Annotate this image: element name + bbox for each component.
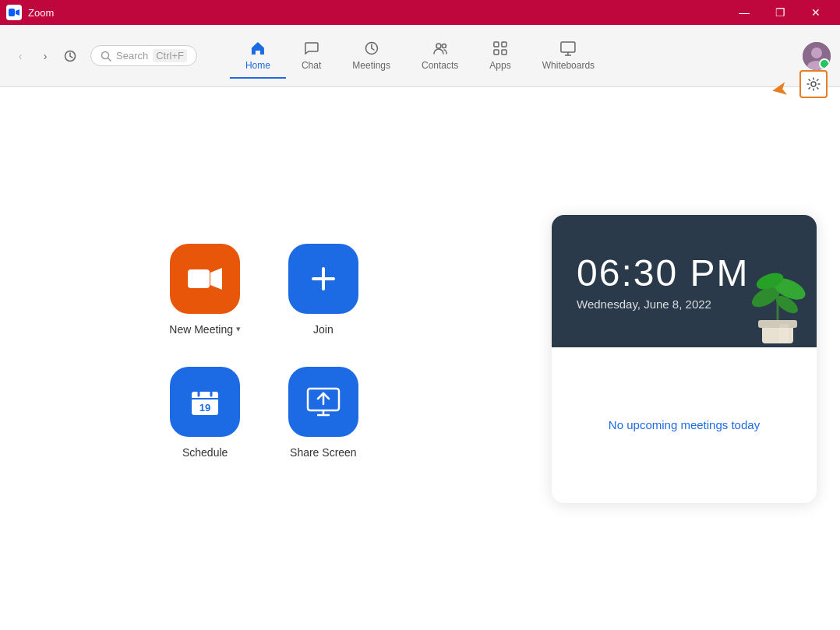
svg-point-42 xyxy=(811,82,816,86)
gear-icon xyxy=(806,77,821,91)
tab-meetings[interactable]: Meetings xyxy=(337,33,406,79)
new-meeting-label: New Meeting ▾ xyxy=(169,323,241,336)
dropdown-caret: ▾ xyxy=(236,324,241,334)
whiteboards-icon xyxy=(559,40,577,57)
join-button[interactable] xyxy=(288,244,358,314)
plant-decoration xyxy=(739,238,817,347)
nav-back-button[interactable]: ‹ xyxy=(9,45,31,67)
share-screen-label: Share Screen xyxy=(290,446,357,459)
clock-display: 06:30 PM xyxy=(577,252,749,294)
right-panel: 06:30 PM Wednesday, June 8, 2022 xyxy=(528,87,840,630)
nav-history-button[interactable] xyxy=(59,45,81,67)
calendar-icon: 19 xyxy=(188,385,222,419)
schedule-action[interactable]: 19 Schedule xyxy=(169,367,241,459)
nav-right xyxy=(803,42,831,70)
search-icon xyxy=(101,51,111,62)
svg-rect-41 xyxy=(779,324,789,343)
svg-rect-10 xyxy=(494,50,499,55)
tab-meetings-label: Meetings xyxy=(352,60,390,71)
svg-point-16 xyxy=(811,48,822,58)
calendar-header: 06:30 PM Wednesday, June 8, 2022 xyxy=(552,215,817,347)
svg-rect-9 xyxy=(502,42,506,47)
svg-line-4 xyxy=(108,58,111,61)
settings-area: ➤ xyxy=(799,70,828,98)
video-camera-icon xyxy=(187,266,223,291)
tab-apps-label: Apps xyxy=(489,60,510,71)
tab-apps[interactable]: Apps xyxy=(474,33,526,79)
main-content: New Meeting ▾ Join xyxy=(0,87,840,630)
apps-icon xyxy=(492,40,509,57)
svg-point-7 xyxy=(442,44,446,48)
svg-text:19: 19 xyxy=(199,402,210,414)
svg-point-6 xyxy=(436,44,441,48)
svg-rect-0 xyxy=(9,9,15,16)
calendar-card: 06:30 PM Wednesday, June 8, 2022 xyxy=(552,215,817,503)
svg-rect-35 xyxy=(758,320,797,328)
avatar[interactable] xyxy=(803,42,831,70)
join-label: Join xyxy=(313,323,334,336)
tab-chat-label: Chat xyxy=(302,60,321,71)
new-meeting-button[interactable] xyxy=(170,244,240,314)
search-shortcut: Ctrl+F xyxy=(153,49,187,62)
schedule-label: Schedule xyxy=(182,446,228,459)
minimize-button[interactable]: — xyxy=(726,0,762,25)
svg-rect-8 xyxy=(494,42,499,47)
settings-button[interactable] xyxy=(799,70,828,98)
svg-rect-11 xyxy=(502,50,506,55)
calendar-body: No upcoming meetings today xyxy=(552,347,817,503)
close-button[interactable]: ✕ xyxy=(798,0,834,25)
join-action[interactable]: Join xyxy=(288,244,359,336)
tab-contacts[interactable]: Contacts xyxy=(406,33,474,79)
title-bar-left: Zoom xyxy=(6,5,54,20)
search-bar[interactable]: Search Ctrl+F xyxy=(90,45,197,66)
nav-bar: ‹ › Search Ctrl+F Home xyxy=(0,25,840,87)
svg-marker-1 xyxy=(16,9,19,16)
share-screen-button[interactable] xyxy=(288,367,358,437)
restore-button[interactable]: ❐ xyxy=(762,0,798,25)
app-title: Zoom xyxy=(28,7,54,19)
tab-chat[interactable]: Chat xyxy=(286,33,337,79)
window-controls: — ❐ ✕ xyxy=(726,0,834,25)
avatar-image xyxy=(803,42,831,70)
new-meeting-action[interactable]: New Meeting ▾ xyxy=(169,244,241,336)
nav-forward-button[interactable]: › xyxy=(34,45,56,67)
date-display: Wednesday, June 8, 2022 xyxy=(577,297,749,311)
action-grid: New Meeting ▾ Join xyxy=(169,244,358,459)
title-bar: Zoom — ❐ ✕ xyxy=(0,0,840,25)
tab-home[interactable]: Home xyxy=(230,33,286,79)
tab-home-label: Home xyxy=(245,60,270,71)
left-panel: New Meeting ▾ Join xyxy=(0,87,528,630)
home-icon xyxy=(249,40,266,57)
schedule-button[interactable]: 19 xyxy=(170,367,240,437)
svg-rect-12 xyxy=(561,42,575,52)
no-meetings-text: No upcoming meetings today xyxy=(609,418,760,431)
nav-left: ‹ › Search Ctrl+F xyxy=(9,45,197,67)
zoom-logo xyxy=(6,5,22,20)
nav-tabs: Home Chat Meetings Contacts xyxy=(230,33,610,79)
plus-icon xyxy=(307,262,340,295)
svg-rect-18 xyxy=(188,269,210,288)
contacts-icon xyxy=(432,40,449,57)
meetings-icon xyxy=(363,40,380,57)
share-screen-action[interactable]: Share Screen xyxy=(288,367,359,459)
chat-icon xyxy=(303,40,320,57)
time-block: 06:30 PM Wednesday, June 8, 2022 xyxy=(577,252,749,311)
share-screen-icon xyxy=(306,387,341,417)
search-label: Search xyxy=(116,50,148,62)
tab-contacts-label: Contacts xyxy=(422,60,458,71)
tab-whiteboards[interactable]: Whiteboards xyxy=(527,33,610,79)
tab-whiteboards-label: Whiteboards xyxy=(542,60,595,71)
svg-marker-19 xyxy=(210,268,222,290)
